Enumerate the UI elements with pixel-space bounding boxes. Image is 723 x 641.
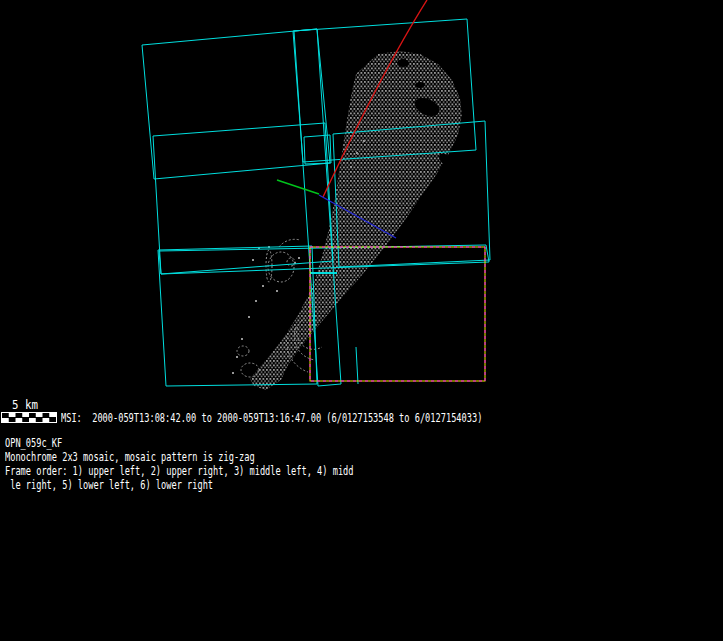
frame-order-line1: Frame order: 1) upper left, 2) upper rig…: [5, 465, 354, 478]
crater-ring: [241, 363, 259, 377]
speck: [262, 285, 264, 287]
footprint-lower-left: [158, 246, 317, 386]
crater-ring: [237, 346, 249, 356]
footprint-overlap-segment: [356, 347, 358, 384]
mosaic-footprint-plot: [0, 0, 723, 641]
crater-arc: [279, 239, 300, 247]
speck: [236, 356, 238, 358]
opnav-mosaic-display: 5 km MSI: 2000-059T13:08:42.00 to 2000-0…: [0, 0, 723, 641]
speck: [350, 166, 352, 168]
speck: [232, 372, 234, 374]
frame-order-line2: le right, 5) lower left, 6) lower right: [5, 479, 213, 492]
status-line: MSI: 2000-059T13:08:42.00 to 2000-059T13…: [61, 412, 482, 425]
speck: [298, 257, 300, 259]
speck: [248, 316, 250, 318]
mosaic-description: Monochrome 2x3 mosaic, mosaic pattern is…: [5, 451, 255, 464]
speck: [356, 152, 358, 154]
shadow-void: [415, 82, 425, 88]
opnav-id: OPN_059c_KF: [5, 437, 62, 450]
speck: [241, 338, 243, 340]
footprint-middle-left: [153, 123, 333, 274]
speck: [255, 300, 257, 302]
speck: [363, 140, 365, 142]
speck: [252, 259, 254, 261]
speck: [276, 290, 278, 292]
shadow-void: [397, 59, 409, 67]
scalebar-label: 5 km: [12, 399, 38, 412]
axis-line-green: [277, 180, 319, 194]
scalebar-checker: [1, 412, 57, 423]
footprint-upper-left: [142, 29, 330, 179]
